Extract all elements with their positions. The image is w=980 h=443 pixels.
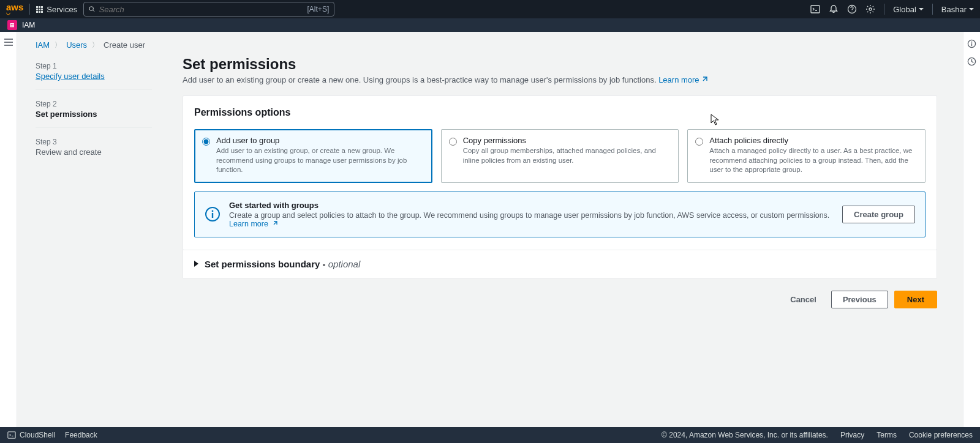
- breadcrumb: IAM 〉 Users 〉 Create user: [17, 38, 963, 56]
- clock-icon[interactable]: [967, 57, 976, 66]
- wizard-step-1[interactable]: Step 1 Specify user details: [36, 58, 152, 90]
- account-menu[interactable]: Bashar: [941, 5, 974, 14]
- search-icon: [89, 6, 95, 13]
- caret-down-icon: [919, 8, 924, 10]
- breadcrumb-iam[interactable]: IAM: [36, 40, 50, 50]
- option-add-user-to-group[interactable]: Add user to group Add user to an existin…: [194, 129, 432, 183]
- step-label: Step 3: [36, 138, 152, 146]
- settings-icon[interactable]: [865, 4, 875, 14]
- option-attach-policies-directly[interactable]: Attach policies directly Attach a manage…: [687, 129, 925, 183]
- services-menu[interactable]: Services: [36, 5, 77, 14]
- panel-heading: Permissions options: [194, 107, 925, 118]
- svg-point-0: [89, 7, 94, 11]
- banner-desc: Create a group and select policies to at…: [229, 211, 834, 228]
- option-desc: Attach a managed policy directly to a us…: [709, 146, 918, 175]
- svg-rect-14: [971, 43, 972, 47]
- expander-title: Set permissions boundary - optional: [205, 259, 360, 269]
- option-title: Add user to group: [216, 136, 424, 145]
- chevron-right-icon: 〉: [92, 40, 99, 50]
- option-radio[interactable]: [202, 138, 210, 146]
- search-shortcut: [Alt+S]: [307, 5, 330, 13]
- step-title: Set permissions: [36, 110, 152, 119]
- info-panel-icon[interactable]: [967, 39, 976, 48]
- services-label: Services: [47, 5, 77, 14]
- external-link-icon: [701, 75, 709, 83]
- step-title[interactable]: Specify user details: [36, 72, 152, 81]
- main-column: Set permissions Add user to an existing …: [183, 56, 937, 308]
- get-started-banner: Get started with groups Create a group a…: [194, 192, 925, 237]
- external-link-icon: [272, 220, 279, 226]
- help-icon[interactable]: [847, 4, 857, 14]
- region-selector[interactable]: Global: [893, 5, 924, 14]
- page-description: Add user to an existing group or create …: [183, 75, 937, 84]
- option-radio[interactable]: [695, 138, 703, 146]
- service-bar: ⊞ IAM: [0, 18, 980, 32]
- cloudshell-icon[interactable]: [810, 4, 820, 14]
- cookie-preferences-link[interactable]: Cookie preferences: [909, 431, 973, 439]
- search-input[interactable]: [99, 5, 307, 14]
- svg-point-10: [212, 210, 214, 212]
- cloudshell-label: CloudShell: [20, 431, 55, 439]
- option-title: Copy permissions: [463, 136, 671, 145]
- page-description-text: Add user to an existing group or create …: [183, 75, 657, 84]
- permissions-options-panel: Permissions options Add user to group Ad…: [183, 95, 937, 250]
- hamburger-icon[interactable]: [4, 38, 13, 47]
- nav-divider: [932, 4, 933, 15]
- sidebar-toggle-rail: [0, 32, 17, 427]
- privacy-link[interactable]: Privacy: [840, 431, 864, 439]
- svg-rect-2: [811, 6, 820, 13]
- option-desc: Add user to an existing group, or create…: [216, 146, 424, 175]
- global-nav: aws ◡ Services [Alt+S] Global Bashar: [0, 0, 980, 18]
- wizard-actions: Cancel Previous Next: [183, 291, 937, 308]
- caret-down-icon: [969, 8, 974, 10]
- cancel-button[interactable]: Cancel: [782, 291, 825, 308]
- banner-learn-more-link[interactable]: Learn more: [229, 220, 279, 228]
- chevron-right-icon: 〉: [55, 40, 61, 50]
- aws-logo[interactable]: aws ◡: [6, 4, 23, 15]
- iam-service-icon[interactable]: ⊞: [7, 20, 17, 30]
- options-row: Add user to group Add user to an existin…: [194, 129, 925, 183]
- region-label: Global: [893, 5, 916, 14]
- info-icon: [205, 206, 221, 222]
- notifications-icon[interactable]: [829, 4, 839, 14]
- option-title: Attach policies directly: [709, 136, 918, 145]
- global-search[interactable]: [Alt+S]: [83, 2, 334, 17]
- svg-rect-16: [8, 432, 15, 439]
- cloudshell-button[interactable]: CloudShell: [7, 431, 55, 439]
- step-title: Review and create: [36, 147, 152, 157]
- option-radio[interactable]: [449, 138, 457, 146]
- cloudshell-icon: [7, 431, 16, 439]
- svg-rect-11: [212, 213, 213, 218]
- option-desc: Copy all group memberships, attached man…: [463, 146, 671, 165]
- footer: CloudShell Feedback © 2024, Amazon Web S…: [0, 427, 980, 443]
- svg-point-4: [869, 8, 872, 10]
- previous-button[interactable]: Previous: [831, 291, 888, 308]
- banner-title: Get started with groups: [229, 201, 834, 210]
- wizard-step-3: Step 3 Review and create: [36, 134, 152, 165]
- svg-point-13: [971, 42, 973, 43]
- grid-icon: [36, 6, 43, 13]
- right-tool-rail: [963, 32, 980, 427]
- user-label: Bashar: [941, 5, 967, 14]
- feedback-link[interactable]: Feedback: [65, 431, 97, 439]
- next-button[interactable]: Next: [894, 291, 937, 308]
- service-name[interactable]: IAM: [22, 21, 35, 29]
- nav-right: Global Bashar: [810, 4, 974, 15]
- nav-divider: [884, 4, 884, 15]
- copyright-text: © 2024, Amazon Web Services, Inc. or its…: [662, 431, 828, 439]
- learn-more-link[interactable]: Learn more: [658, 75, 708, 84]
- step-label: Step 1: [36, 62, 152, 70]
- breadcrumb-users[interactable]: Users: [66, 40, 87, 50]
- page-title: Set permissions: [183, 56, 937, 73]
- permissions-boundary-expander[interactable]: Set permissions boundary - optional: [183, 250, 937, 278]
- nav-divider: [29, 4, 30, 15]
- wizard-step-2: Step 2 Set permissions: [36, 96, 152, 128]
- svg-line-1: [93, 10, 94, 12]
- step-label: Step 2: [36, 100, 152, 108]
- caret-right-icon: [194, 261, 198, 267]
- terms-link[interactable]: Terms: [876, 431, 897, 439]
- option-copy-permissions[interactable]: Copy permissions Copy all group membersh…: [441, 129, 679, 183]
- create-group-button[interactable]: Create group: [842, 206, 915, 223]
- wizard-nav: Step 1 Specify user details Step 2 Set p…: [36, 56, 152, 308]
- main-content: IAM 〉 Users 〉 Create user Step 1 Specify…: [17, 32, 963, 427]
